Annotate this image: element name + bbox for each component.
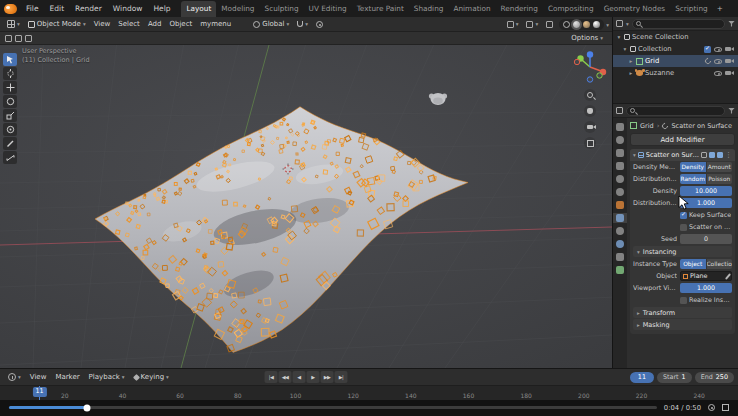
tab-output[interactable] (613, 148, 627, 158)
tab-render[interactable] (613, 135, 627, 145)
properties-editor-type-icon[interactable] (616, 107, 623, 114)
tab-tool[interactable] (613, 122, 627, 132)
tab-uv-editing[interactable]: UV Editing (304, 1, 352, 17)
menu-file[interactable]: File (21, 0, 44, 17)
instancing-section-header[interactable]: Instancing (633, 246, 732, 257)
blender-logo-icon[interactable] (4, 4, 17, 14)
expand-icon[interactable] (628, 57, 634, 65)
object-field[interactable]: Plane (680, 271, 732, 281)
wireframe-shading-button[interactable] (563, 21, 570, 28)
tab-world[interactable] (613, 187, 627, 197)
menu-view[interactable]: View (90, 18, 115, 31)
tab-shading[interactable]: Shading (409, 1, 449, 17)
solid-shading-button[interactable] (573, 21, 580, 28)
modifier-panel-header[interactable]: Scatter on Surface (630, 149, 735, 161)
jump-to-start-button[interactable]: |◀ (265, 371, 278, 383)
timeline-playhead[interactable]: 11 (39, 386, 41, 400)
transform-tool[interactable] (3, 123, 17, 136)
menu-object[interactable]: Object (165, 18, 196, 31)
timeline-menu-view[interactable]: View (26, 371, 51, 384)
menu-add[interactable]: Add (144, 18, 166, 31)
tab-geometry-nodes[interactable]: Geometry Nodes (599, 1, 671, 17)
filter-icon[interactable] (728, 21, 735, 27)
playback-popover[interactable]: Playback (85, 371, 129, 384)
mode-selector[interactable]: Object Mode (24, 18, 90, 31)
editor-type-button[interactable] (3, 18, 24, 31)
timeline-ruler[interactable]: 11 20406080100120140160180200220240 (0, 385, 738, 400)
zoom-icon[interactable] (584, 89, 596, 101)
seed-field[interactable]: 0 (680, 234, 732, 244)
tab-sculpting[interactable]: Sculpting (260, 1, 304, 17)
viewport-canvas[interactable]: User Perspective (11) Collection | Grid (0, 45, 612, 368)
rotate-tool[interactable] (3, 95, 17, 108)
outliner-search-input[interactable] (632, 19, 725, 29)
instance-type-collection-option[interactable]: Collection (707, 259, 733, 269)
tab-modeling[interactable]: Modeling (216, 1, 259, 17)
snap-toggle[interactable] (293, 18, 312, 31)
tab-modifiers[interactable] (613, 213, 627, 223)
pan-icon[interactable] (584, 105, 596, 117)
select-mode-new-icon[interactable] (15, 35, 22, 42)
distribution-mask-slider[interactable]: 1.000 (680, 198, 732, 208)
breadcrumb-modifier[interactable]: Scatter on Surface (671, 122, 731, 130)
modifier-extras-icon[interactable] (725, 151, 732, 159)
outliner-row-suzanne[interactable]: Suzanne (613, 67, 738, 79)
properties-search-input[interactable] (626, 106, 725, 116)
jump-to-prev-keyframe-button[interactable]: ◀◀ (279, 371, 292, 383)
xray-toggle[interactable] (542, 18, 557, 31)
hide-viewport-icon[interactable] (714, 47, 722, 52)
transform-section-header[interactable]: Transform (633, 307, 732, 318)
menu-edit[interactable]: Edit (45, 0, 70, 17)
frame-start-field[interactable]: Start1 (657, 372, 692, 383)
camera-view-icon[interactable] (584, 121, 596, 133)
transform-orientation-selector[interactable]: Global (249, 18, 293, 31)
breadcrumb-object[interactable]: Grid (640, 122, 654, 130)
menu-mymenu[interactable]: mymenu (196, 18, 235, 31)
add-modifier-button[interactable]: Add Modifier (630, 133, 735, 146)
outliner-row-grid[interactable]: Grid (613, 55, 738, 67)
distribution-random-option[interactable]: Random (680, 174, 706, 184)
disable-render-icon[interactable] (725, 59, 731, 64)
tab-view-layer[interactable] (613, 161, 627, 171)
keep-surface-checkbox[interactable] (680, 212, 687, 219)
proportional-editing-toggle[interactable] (312, 18, 327, 31)
scatter-on-instances-checkbox[interactable] (680, 224, 687, 231)
realize-instances-checkbox[interactable] (680, 297, 687, 304)
disable-render-icon[interactable] (725, 71, 731, 76)
tab-scripting[interactable]: Scripting (670, 1, 712, 17)
play-reverse-button[interactable]: ◀ (293, 371, 306, 383)
settings-gear-icon[interactable] (708, 404, 715, 411)
tab-texture-paint[interactable]: Texture Paint (352, 1, 409, 17)
tab-animation[interactable]: Animation (448, 1, 495, 17)
tab-particles[interactable] (613, 226, 627, 236)
disable-render-icon[interactable] (725, 47, 731, 52)
video-progress-bar[interactable] (9, 406, 657, 409)
outliner-row-scene-collection[interactable]: Scene Collection (613, 31, 738, 43)
timeline-menu-marker[interactable]: Marker (51, 371, 83, 384)
expand-icon[interactable] (628, 69, 634, 77)
edit-mode-display-toggle[interactable] (701, 152, 707, 158)
annotate-tool[interactable] (3, 137, 17, 150)
scale-tool[interactable] (3, 109, 17, 122)
menu-help[interactable]: Help (148, 0, 175, 17)
measure-tool[interactable] (3, 151, 17, 164)
hide-viewport-icon[interactable] (714, 59, 722, 64)
perspective-toggle-icon[interactable] (584, 137, 596, 149)
tab-object-data[interactable] (613, 265, 627, 275)
outliner-editor-type-icon[interactable] (616, 20, 623, 27)
add-workspace-button[interactable]: + (713, 1, 727, 17)
masking-section-header[interactable]: Masking (633, 319, 732, 330)
gizmos-toggle[interactable] (503, 18, 523, 31)
material-preview-button[interactable] (583, 21, 590, 28)
options-button[interactable]: Options (567, 32, 607, 45)
density-slider[interactable]: 10.000 (680, 186, 732, 196)
expand-icon[interactable] (616, 33, 622, 41)
select-box-tool[interactable] (3, 53, 17, 66)
collapse-icon[interactable] (633, 151, 636, 159)
jump-to-next-keyframe-button[interactable]: ▶▶ (321, 371, 334, 383)
frame-end-field[interactable]: End250 (695, 372, 734, 383)
realtime-display-toggle[interactable] (709, 152, 715, 158)
render-display-toggle[interactable] (717, 152, 723, 158)
tab-compositing[interactable]: Compositing (543, 1, 599, 17)
expand-icon[interactable] (622, 45, 628, 53)
